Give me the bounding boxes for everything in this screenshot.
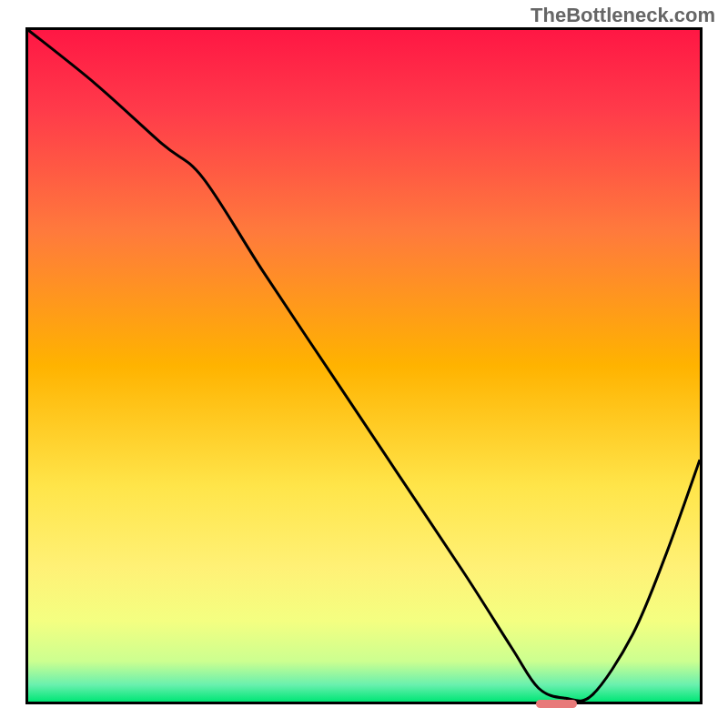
chart-plot-area xyxy=(25,27,703,704)
bottleneck-curve xyxy=(28,30,700,702)
watermark-text: TheBottleneck.com xyxy=(531,4,715,27)
optimal-range-marker xyxy=(536,700,577,708)
